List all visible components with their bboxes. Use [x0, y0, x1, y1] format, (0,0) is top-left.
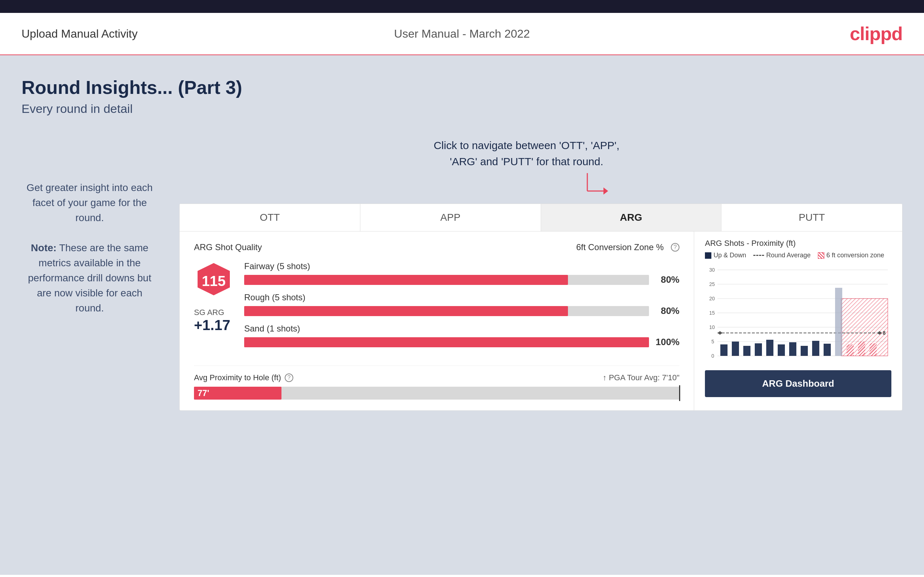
legend-conversion: 6 ft conversion zone: [818, 251, 884, 259]
sg-section: SG ARG +1.17: [194, 308, 233, 333]
svg-text:0: 0: [711, 353, 714, 359]
proximity-bar-fill: 77': [194, 387, 281, 400]
bar-container-rough: 80%: [244, 305, 680, 316]
tab-app[interactable]: APP: [360, 204, 541, 231]
legend-round-avg-line: [753, 255, 764, 256]
arg-dashboard-button[interactable]: ARG Dashboard: [705, 370, 892, 397]
svg-text:15: 15: [709, 310, 715, 316]
bar-track-fairway: [244, 275, 649, 285]
hexagon: 115: [194, 261, 233, 301]
svg-text:30: 30: [709, 267, 715, 273]
bar-label-sand: Sand (1 shots): [244, 324, 680, 334]
footer: Copyright Clippd 2021: [0, 575, 924, 577]
insight-text-1: Get greater insight into each facet of y…: [26, 182, 153, 223]
content-area: Get greater insight into each facet of y…: [21, 137, 903, 411]
svg-rect-34: [824, 344, 831, 356]
sg-label: SG ARG: [194, 308, 233, 317]
insight-note: Note:: [31, 242, 57, 253]
bar-pct-sand: 100%: [654, 337, 680, 348]
chart-title: ARG Shots - Proximity (ft): [705, 239, 796, 248]
bar-track-sand: [244, 337, 649, 347]
svg-rect-35: [835, 288, 842, 356]
top-bar: [0, 0, 924, 13]
svg-marker-2: [603, 187, 608, 195]
main-content: Round Insights... (Part 3) Every round i…: [0, 55, 924, 575]
svg-rect-33: [812, 341, 819, 356]
svg-text:10: 10: [709, 324, 715, 330]
bar-row-sand: Sand (1 shots) 100%: [244, 324, 680, 348]
svg-text:8: 8: [883, 330, 886, 336]
upload-label: Upload Manual Activity: [21, 27, 138, 40]
svg-rect-32: [801, 346, 808, 356]
tab-arg[interactable]: ARG: [541, 204, 722, 231]
svg-text:20: 20: [709, 296, 715, 301]
tabs: OTT APP ARG PUTT: [179, 204, 902, 232]
chart-header: ARG Shots - Proximity (ft): [705, 239, 892, 248]
right-section: ARG Shots - Proximity (ft) Up & Down Rou…: [694, 232, 902, 410]
svg-rect-38: [869, 343, 877, 356]
header: Upload Manual Activity User Manual - Mar…: [0, 13, 924, 55]
proximity-section: Avg Proximity to Hole (ft) ? ↑ PGA Tour …: [194, 366, 680, 400]
left-section: ARG Shot Quality 6ft Conversion Zone % ?: [179, 232, 694, 410]
svg-rect-36: [846, 345, 854, 356]
svg-rect-31: [789, 342, 796, 356]
proximity-bar-track: 77': [194, 387, 680, 400]
bar-pct-fairway: 80%: [654, 274, 680, 285]
legend-conversion-box: [818, 252, 824, 259]
bar-pct-rough: 80%: [654, 305, 680, 316]
svg-rect-27: [743, 346, 750, 356]
svg-rect-25: [720, 345, 727, 356]
proximity-value: 77': [197, 388, 209, 398]
hex-sg-container: 115 SG ARG +1.17: [194, 261, 233, 333]
page-subtitle: Every round in detail: [21, 102, 903, 116]
bar-fill-rough: [244, 306, 568, 316]
pga-avg: ↑ PGA Tour Avg: 7'10": [603, 373, 680, 382]
main-card: OTT APP ARG PUTT ARG Shot Quality 6ft Co…: [179, 203, 903, 411]
svg-rect-26: [732, 342, 739, 356]
legend-round-avg: Round Average: [753, 251, 811, 259]
bars-section: Fairway (5 shots) 80%: [244, 261, 680, 355]
proximity-label: Avg Proximity to Hole (ft) ?: [194, 373, 293, 382]
tab-putt[interactable]: PUTT: [721, 204, 902, 231]
bar-track-rough: [244, 306, 649, 316]
proximity-header: Avg Proximity to Hole (ft) ? ↑ PGA Tour …: [194, 373, 680, 382]
cursor-line: [679, 385, 680, 401]
chart-legend: Up & Down Round Average 6 ft conversion …: [705, 251, 892, 259]
svg-text:5: 5: [711, 338, 714, 345]
legend-updown-box: [705, 252, 711, 259]
hexagon-value: 115: [202, 273, 226, 289]
svg-text:25: 25: [709, 281, 715, 287]
insight-text: Get greater insight into each facet of y…: [21, 180, 158, 316]
arrow-icon: [584, 171, 612, 200]
card-body: ARG Shot Quality 6ft Conversion Zone % ?: [179, 232, 902, 410]
tab-ott[interactable]: OTT: [179, 204, 360, 231]
shot-quality-label: ARG Shot Quality: [194, 242, 262, 252]
bar-fill-fairway: [244, 275, 568, 285]
bar-row-fairway: Fairway (5 shots) 80%: [244, 261, 680, 285]
page-title: Round Insights... (Part 3): [21, 77, 903, 98]
chart-svg: 0 5 10 15 20 25 30: [705, 263, 892, 363]
clippd-logo: clippd: [850, 23, 903, 44]
svg-marker-22: [717, 331, 722, 335]
svg-rect-37: [858, 342, 865, 356]
bar-fill-sand: [244, 337, 649, 347]
section-header: ARG Shot Quality 6ft Conversion Zone % ?: [194, 242, 680, 252]
bar-container-sand: 100%: [244, 337, 680, 348]
bar-label-fairway: Fairway (5 shots): [244, 261, 680, 271]
proximity-help-icon[interactable]: ?: [285, 374, 293, 382]
legend-updown: Up & Down: [705, 251, 746, 259]
annotation-text: Click to navigate between 'OTT', 'APP','…: [433, 137, 619, 169]
document-title: User Manual - March 2022: [394, 27, 530, 40]
conversion-zone-label: 6ft Conversion Zone %: [576, 242, 664, 252]
svg-rect-29: [766, 340, 774, 356]
bar-label-rough: Rough (5 shots): [244, 292, 680, 303]
chart-area: 0 5 10 15 20 25 30: [705, 263, 892, 363]
right-area: Click to navigate between 'OTT', 'APP','…: [179, 137, 903, 411]
sg-value: +1.17: [194, 317, 233, 333]
svg-rect-30: [778, 345, 785, 356]
bar-container-fairway: 80%: [244, 274, 680, 285]
svg-rect-28: [755, 343, 762, 356]
bar-row-rough: Rough (5 shots) 80%: [244, 292, 680, 316]
left-panel: Get greater insight into each facet of y…: [21, 137, 158, 316]
help-icon[interactable]: ?: [671, 243, 680, 251]
